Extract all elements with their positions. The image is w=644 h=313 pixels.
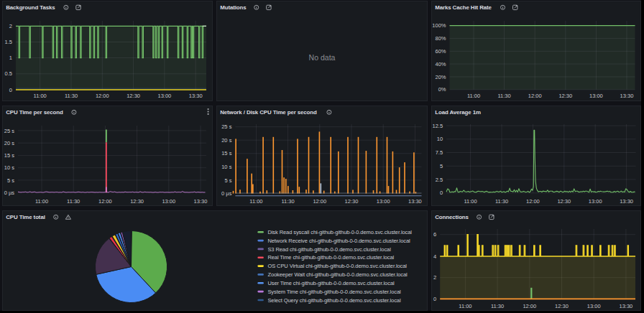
- svg-text:25 s: 25 s: [221, 123, 231, 130]
- svg-text:1.5: 1.5: [5, 39, 12, 45]
- svg-text:5: 5: [440, 163, 443, 169]
- svg-text:0.5: 0.5: [5, 70, 12, 77]
- svg-text:S3 Read chi-github-github-0-0.: S3 Read chi-github-github-0-0.demo.svc.c…: [267, 246, 391, 253]
- svg-text:2: 2: [433, 274, 436, 281]
- svg-text:13:30: 13:30: [194, 198, 208, 205]
- svg-text:Real Time chi-github-github-0-: Real Time chi-github-github-0-0.demo.svc…: [267, 254, 394, 261]
- svg-text:0: 0: [440, 190, 443, 196]
- svg-text:CPU Time total: CPU Time total: [6, 214, 45, 220]
- svg-text:0 µs: 0 µs: [4, 190, 15, 196]
- svg-text:11:00: 11:00: [464, 198, 477, 205]
- svg-text:13:00: 13:00: [587, 303, 601, 309]
- svg-text:12:30: 12:30: [558, 93, 572, 99]
- svg-text:User Time chi-github-github-0-: User Time chi-github-github-0-0.demo.svc…: [267, 280, 395, 286]
- svg-text:11:00: 11:00: [459, 303, 472, 309]
- svg-text:12:00: 12:00: [313, 198, 326, 205]
- svg-text:40%: 40%: [435, 61, 446, 67]
- svg-text:11:00: 11:00: [35, 198, 48, 205]
- svg-text:0: 0: [9, 87, 12, 93]
- svg-text:11:30: 11:30: [67, 198, 80, 205]
- svg-text:13:00: 13:00: [589, 93, 603, 99]
- svg-text:6: 6: [433, 231, 436, 238]
- svg-text:OS CPU Virtual chi-github-gith: OS CPU Virtual chi-github-github-0-0.dem…: [267, 263, 407, 269]
- svg-text:CPU Time per second: CPU Time per second: [6, 109, 63, 116]
- svg-text:13:00: 13:00: [158, 93, 172, 99]
- svg-text:12:00: 12:00: [96, 93, 109, 99]
- svg-text:Select Query chi-github-github: Select Query chi-github-github-0-0.demo.…: [267, 297, 401, 304]
- svg-text:12:30: 12:30: [345, 198, 359, 205]
- svg-text:11:30: 11:30: [491, 303, 504, 309]
- svg-text:Load Average 1m: Load Average 1m: [435, 109, 481, 116]
- svg-text:System Time chi-github-github-: System Time chi-github-github-0-0.demo.s…: [267, 289, 401, 295]
- svg-text:12:30: 12:30: [557, 198, 571, 205]
- svg-text:0: 0: [433, 296, 436, 302]
- svg-text:13:00: 13:00: [589, 198, 602, 205]
- svg-text:No data: No data: [309, 53, 336, 62]
- svg-text:2: 2: [9, 23, 12, 29]
- svg-text:Network Receive chi-github-git: Network Receive chi-github-github-0-0.de…: [267, 238, 410, 244]
- svg-text:Marks Cache Hit Rate: Marks Cache Hit Rate: [435, 4, 492, 11]
- svg-text:Connections: Connections: [435, 214, 469, 220]
- svg-text:Network / Disk CPU Time per se: Network / Disk CPU Time per second: [220, 109, 317, 116]
- svg-text:Background Tasks: Background Tasks: [6, 4, 55, 11]
- svg-text:20%: 20%: [435, 74, 446, 80]
- svg-text:2.5: 2.5: [436, 177, 443, 183]
- svg-text:20 s: 20 s: [4, 140, 14, 146]
- svg-text:11:00: 11:00: [34, 93, 47, 99]
- svg-text:Disk Read syscall chi-github-g: Disk Read syscall chi-github-github-0-0.…: [267, 229, 412, 235]
- svg-text:0 µs: 0 µs: [221, 190, 232, 197]
- svg-text:10 s: 10 s: [4, 164, 14, 171]
- svg-text:13:30: 13:30: [189, 93, 203, 99]
- svg-text:1: 1: [9, 55, 12, 61]
- svg-text:15 s: 15 s: [221, 150, 231, 156]
- svg-text:12:30: 12:30: [555, 303, 569, 309]
- svg-text:12:00: 12:00: [98, 198, 112, 205]
- svg-text:12:00: 12:00: [523, 303, 536, 309]
- svg-text:12:00: 12:00: [528, 93, 542, 99]
- svg-text:0%: 0%: [438, 86, 446, 93]
- svg-text:12:30: 12:30: [130, 198, 144, 205]
- svg-text:12:30: 12:30: [126, 93, 140, 99]
- svg-text:12:00: 12:00: [526, 198, 540, 205]
- svg-text:25 s: 25 s: [4, 128, 14, 134]
- svg-text:13:30: 13:30: [620, 198, 633, 205]
- svg-text:Zookeeper Wait chi-github-gith: Zookeeper Wait chi-github-github-0-0.dem…: [267, 271, 408, 278]
- svg-text:13:30: 13:30: [620, 303, 633, 309]
- svg-text:20 s: 20 s: [221, 137, 231, 144]
- svg-text:11:00: 11:00: [467, 93, 480, 99]
- svg-text:11:30: 11:30: [65, 93, 78, 99]
- svg-text:15 s: 15 s: [4, 152, 14, 159]
- svg-text:13:00: 13:00: [162, 198, 175, 205]
- svg-text:11:30: 11:30: [281, 198, 294, 205]
- svg-text:13:30: 13:30: [620, 93, 634, 99]
- svg-text:13:00: 13:00: [377, 198, 390, 205]
- svg-text:11:00: 11:00: [249, 198, 262, 205]
- svg-text:10 s: 10 s: [221, 164, 231, 170]
- svg-text:5 s: 5 s: [7, 177, 14, 184]
- svg-text:11:30: 11:30: [495, 198, 508, 205]
- svg-text:100%: 100%: [432, 22, 446, 29]
- svg-text:7.5: 7.5: [436, 149, 443, 156]
- svg-text:10: 10: [437, 136, 443, 142]
- svg-text:4: 4: [433, 253, 436, 260]
- svg-text:Mutations: Mutations: [220, 4, 247, 11]
- svg-text:80%: 80%: [435, 35, 446, 42]
- svg-text:60%: 60%: [435, 48, 446, 55]
- svg-text:12.5: 12.5: [432, 123, 443, 129]
- svg-text:13:30: 13:30: [408, 198, 422, 205]
- svg-text:11:30: 11:30: [497, 93, 510, 99]
- svg-text:5 s: 5 s: [224, 177, 231, 184]
